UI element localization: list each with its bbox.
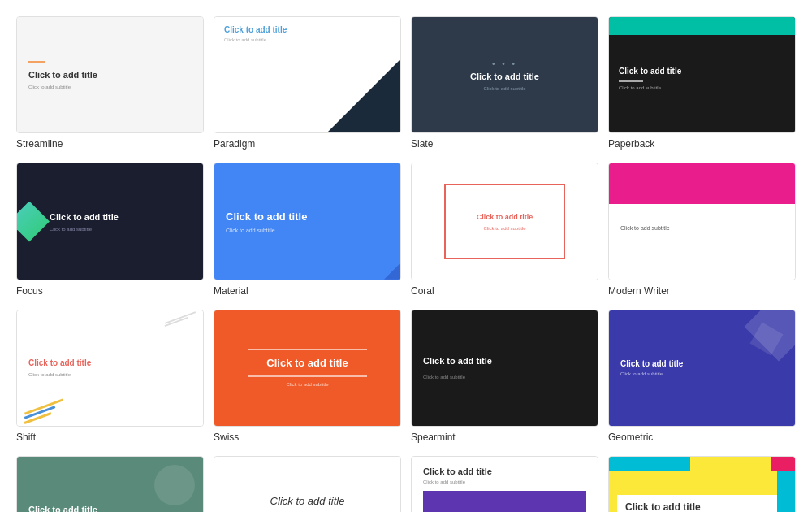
template-item-paperback[interactable]: Click to add title Click to add subtitle… [608, 16, 796, 150]
paradigm-sub: Click to add subtitle [224, 37, 391, 42]
focus-diamond [16, 202, 50, 242]
coral-sub: Click to add subtitle [483, 226, 525, 231]
coral-title: Click to add title [477, 213, 533, 221]
paperback-line [619, 80, 643, 82]
template-label-focus: Focus [16, 285, 204, 297]
shift-sub: Click to add subtitle [28, 372, 192, 377]
template-label-geometric: Geometric [608, 432, 796, 443]
template-item-pop[interactable]: Click to add title Click to add subtitle… [608, 456, 796, 512]
modernwriter-sub: Click to add subtitle [620, 225, 784, 231]
template-item-material[interactable]: Click to add title Click to add subtitle… [214, 163, 401, 296]
template-thumb-plum[interactable]: Click to add title Click to add subtitle [411, 456, 598, 512]
pop-title: Click to add title [625, 501, 779, 512]
paperback-title: Click to add title [619, 67, 785, 76]
template-thumb-geometric[interactable]: Click to add title Click to add subtitle [608, 310, 796, 427]
swiss-line-top [248, 349, 366, 350]
template-item-beachday[interactable]: Click to add title Click to add subtitle… [214, 456, 401, 512]
template-thumb-material[interactable]: Click to add title Click to add subtitle [214, 163, 401, 280]
shift-lines [24, 406, 64, 419]
template-label-modernwriter: Modern Writer [608, 285, 796, 297]
paperback-top-bar [609, 17, 795, 35]
streamline-title: Click to add title [28, 70, 192, 80]
pop-block-cyan [609, 457, 690, 471]
pop-block-pink [771, 457, 795, 471]
template-thumb-focus[interactable]: Click to add title Click to add subtitle [16, 163, 204, 280]
spearmint-title: Click to add title [423, 356, 586, 366]
template-thumb-modernwriter[interactable]: Click to add title Click to add subtitle [608, 163, 796, 280]
material-fold [384, 263, 400, 280]
modernwriter-title: Click to add title [620, 206, 784, 217]
template-item-modernwriter[interactable]: Click to add title Click to add subtitle… [608, 163, 796, 296]
spearmint-line [423, 371, 456, 371]
streamline-accent [28, 61, 45, 63]
paradigm-triangle [327, 59, 400, 132]
template-grid: Click to add title Click to add subtitle… [16, 16, 796, 512]
template-item-coral[interactable]: Click to add title Click to add subtitle… [411, 163, 598, 296]
swiss-title: Click to add title [266, 357, 348, 369]
template-label-shift: Shift [16, 432, 204, 443]
template-item-focus[interactable]: Click to add title Click to add subtitle… [16, 163, 204, 296]
geometric-sub: Click to add subtitle [620, 371, 784, 376]
slate-dots: • • • [492, 59, 517, 68]
pop-title-box: Click to add title [617, 495, 787, 512]
template-thumb-beachday[interactable]: Click to add title Click to add subtitle [214, 456, 401, 512]
focus-title: Click to add title [50, 212, 192, 222]
pop-rc-cyan [777, 471, 795, 512]
streamline-sub: Click to add subtitle [28, 85, 192, 89]
template-thumb-momentum[interactable]: Click to add title Click to add subtitle [16, 456, 204, 512]
template-label-swiss: Swiss [214, 432, 401, 443]
template-thumb-shift[interactable]: Click to add title Click to add subtitle [16, 310, 204, 427]
material-title: Click to add title [226, 210, 389, 223]
template-label-spearmint: Spearmint [411, 432, 598, 443]
plum-bar [423, 491, 586, 512]
spearmint-sub: Click to add subtitle [423, 375, 586, 380]
plum-title: Click to add title [423, 466, 586, 476]
plum-sub: Click to add subtitle [423, 479, 586, 484]
shift-title: Click to add title [28, 358, 192, 367]
template-thumb-paperback[interactable]: Click to add title Click to add subtitle [608, 16, 796, 133]
pop-top-blocks [609, 457, 795, 471]
template-item-streamline[interactable]: Click to add title Click to add subtitle… [16, 16, 204, 150]
beachday-title: Click to add title [270, 495, 345, 507]
geometric-title: Click to add title [620, 359, 784, 368]
template-thumb-swiss[interactable]: Click to add title Click to add subtitle [214, 310, 401, 427]
template-label-coral: Coral [411, 285, 598, 297]
template-thumb-pop[interactable]: Click to add title Click to add subtitle [608, 456, 796, 512]
template-thumb-slate[interactable]: • • • Click to add title Click to add su… [411, 16, 598, 133]
paperback-sub: Click to add subtitle [619, 85, 785, 90]
pop-block-yellow [690, 457, 771, 471]
swiss-sub: Click to add subtitle [286, 382, 328, 387]
material-sub: Click to add subtitle [226, 228, 389, 233]
template-item-plum[interactable]: Click to add title Click to add subtitle… [411, 456, 598, 512]
template-label-streamline: Streamline [16, 138, 204, 150]
template-item-swiss[interactable]: Click to add title Click to add subtitle… [214, 310, 401, 443]
template-thumb-coral[interactable]: Click to add title Click to add subtitle [411, 163, 598, 280]
template-item-slate[interactable]: • • • Click to add title Click to add su… [411, 16, 598, 150]
template-label-paradigm: Paradigm [214, 138, 401, 150]
template-item-momentum[interactable]: Click to add title Click to add subtitle… [16, 456, 204, 512]
paradigm-title: Click to add title [224, 25, 391, 34]
momentum-circle-1 [154, 465, 195, 505]
slate-sub: Click to add subtitle [483, 86, 525, 91]
slate-title: Click to add title [470, 72, 539, 81]
coral-box: Click to add title Click to add subtitle [444, 184, 565, 259]
modernwriter-top [609, 163, 795, 204]
template-thumb-streamline[interactable]: Click to add title Click to add subtitle [16, 16, 204, 133]
template-label-slate: Slate [411, 138, 598, 150]
template-item-paradigm[interactable]: Click to add title Click to add subtitle… [214, 16, 401, 150]
template-thumb-paradigm[interactable]: Click to add title Click to add subtitle [214, 16, 401, 133]
pop-right-col [777, 471, 795, 512]
template-item-spearmint[interactable]: Click to add title Click to add subtitle… [411, 310, 598, 443]
focus-sub: Click to add subtitle [50, 227, 192, 232]
shift-deco-lines [164, 317, 197, 323]
template-item-geometric[interactable]: Click to add title Click to add subtitle… [608, 310, 796, 443]
momentum-title: Click to add title [28, 505, 192, 512]
template-label-paperback: Paperback [608, 138, 796, 150]
template-item-shift[interactable]: Click to add title Click to add subtitle… [16, 310, 204, 443]
template-label-material: Material [214, 285, 401, 297]
swiss-line-bottom [248, 375, 366, 377]
template-thumb-spearmint[interactable]: Click to add title Click to add subtitle [411, 310, 598, 427]
